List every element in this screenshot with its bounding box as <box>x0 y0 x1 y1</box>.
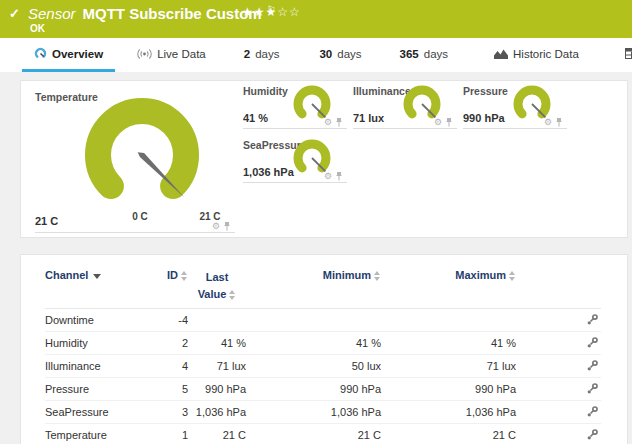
cell-id: 2 <box>145 337 188 349</box>
table-header-row: Channel ID Last Value Minimum Maximum <box>45 255 601 309</box>
sensor-header: ✓ SensorMQTT Subscribe Custom⚐ ★★★☆☆ OK <box>0 0 632 38</box>
channel-settings-wrench-icon[interactable] <box>586 405 601 420</box>
cell-channel: Pressure <box>45 383 145 395</box>
table-row: Temperature 1 21 C 21 C 21 C <box>45 424 601 444</box>
cell-channel: SeaPressure <box>45 406 145 418</box>
live-data-icon <box>137 48 152 60</box>
tab-live-data[interactable]: Live Data <box>125 38 218 72</box>
cell-minimum: 990 hPa <box>246 383 381 395</box>
gauge-scale-min: 0 C <box>123 211 157 222</box>
tab-30-days-unit: days <box>337 48 361 60</box>
tab-historic-data[interactable]: Historic Data <box>482 38 591 72</box>
channel-gear-icon[interactable]: ⚙ <box>212 222 220 231</box>
cell-maximum: 71 lux <box>381 360 516 372</box>
cell-minimum: 1,036 hPa <box>246 406 381 418</box>
cell-minimum: 41 % <box>246 337 381 349</box>
channel-settings-wrench-icon[interactable] <box>586 313 601 328</box>
sort-caret-icon <box>93 274 101 279</box>
sensor-titleline: SensorMQTT Subscribe Custom⚐ <box>28 4 276 22</box>
column-header-channel[interactable]: Channel <box>45 269 145 281</box>
column-header-minimum[interactable]: Minimum <box>246 269 381 281</box>
channel-table: Channel ID Last Value Minimum Maximum Do… <box>20 254 628 444</box>
cell-minimum: 21 C <box>246 429 381 441</box>
tab-365-days[interactable]: 365 days <box>388 38 460 72</box>
channel-pin-icon[interactable] <box>223 221 231 231</box>
cell-last-value: 21 C <box>188 427 246 444</box>
cell-last-value: 1,036 hPa <box>188 404 246 421</box>
channel-pin-icon[interactable] <box>445 117 453 127</box>
sort-icon <box>181 271 188 281</box>
gauge-value: 1,036 hPa <box>243 166 294 178</box>
channel-pin-icon[interactable] <box>335 117 343 127</box>
gauge-value: 990 hPa <box>463 112 505 124</box>
cell-channel: Illuminance <box>45 360 145 372</box>
cell-last-value: 990 hPa <box>188 381 246 398</box>
small-gauges-grid: Humidity 41 % ⚙ Illuminance 71 lux <box>243 81 627 237</box>
tab-2-days-number: 2 <box>244 48 250 60</box>
priority-stars[interactable]: ★★★☆☆ <box>242 5 301 19</box>
tile-divider <box>353 128 457 129</box>
column-header-last-value[interactable]: Last Value <box>188 269 246 302</box>
tile-divider <box>463 128 567 129</box>
cell-maximum: 41 % <box>381 337 516 349</box>
object-kind-label: Sensor <box>28 5 76 22</box>
historic-data-icon <box>494 48 508 59</box>
gauge-tile-temperature[interactable]: Temperature 0 C 21 C 21 C ⚙ <box>33 85 235 233</box>
column-header-id[interactable]: ID <box>145 269 188 281</box>
cell-id: 4 <box>145 360 188 372</box>
status-badge: OK <box>30 23 45 34</box>
cell-id: 5 <box>145 383 188 395</box>
gauge-tile-illuminance[interactable]: Illuminance 71 lux ⚙ <box>353 83 457 129</box>
tab-bar: Overview Live Data 2 days 30 days 365 da… <box>0 38 632 72</box>
gauge-value: 71 lux <box>353 112 384 124</box>
cell-channel: Temperature <box>45 429 145 441</box>
tile-divider <box>243 128 347 129</box>
sort-icon <box>374 271 381 281</box>
channel-settings-wrench-icon[interactable] <box>586 428 601 443</box>
tab-30-days[interactable]: 30 days <box>307 38 373 72</box>
table-row: Illuminance 4 71 lux 50 lux 71 lux <box>45 355 601 378</box>
tab-365-days-number: 365 <box>400 48 419 60</box>
tab-2-days[interactable]: 2 days <box>232 38 292 72</box>
temperature-gauge <box>67 91 217 213</box>
tile-divider <box>35 232 235 233</box>
gauge-tile-humidity[interactable]: Humidity 41 % ⚙ <box>243 83 347 129</box>
cell-minimum: 50 lux <box>246 360 381 372</box>
tab-overview[interactable]: Overview <box>22 38 115 72</box>
cell-last-value: 41 % <box>188 335 246 352</box>
tab-365-days-unit: days <box>424 48 448 60</box>
channel-settings-wrench-icon[interactable] <box>586 382 601 397</box>
gauge-label: Pressure <box>463 85 508 97</box>
channel-settings-wrench-icon[interactable] <box>586 359 601 374</box>
sensor-title: MQTT Subscribe Custom <box>83 5 262 22</box>
channel-settings-wrench-icon[interactable] <box>586 336 601 351</box>
cell-id: 3 <box>145 406 188 418</box>
tab-30-days-number: 30 <box>319 48 332 60</box>
gauge-value: 21 C <box>35 215 58 227</box>
table-row: Pressure 5 990 hPa 990 hPa 990 hPa <box>45 378 601 401</box>
gauge-icon <box>34 47 47 60</box>
channel-pin-icon[interactable] <box>555 117 563 127</box>
cell-maximum: 21 C <box>381 429 516 441</box>
channel-gear-icon[interactable]: ⚙ <box>544 118 552 127</box>
log-icon <box>625 48 632 59</box>
tab-overview-label: Overview <box>52 48 103 60</box>
cell-id: -4 <box>145 314 188 326</box>
gauge-value: 41 % <box>243 112 268 124</box>
gauge-tile-seapressure[interactable]: SeaPressure 1,036 hPa ⚙ <box>243 137 347 183</box>
gauge-tile-pressure[interactable]: Pressure 990 hPa ⚙ <box>463 83 567 129</box>
tab-historic-data-label: Historic Data <box>513 48 579 60</box>
gauges-panel: Temperature 0 C 21 C 21 C ⚙ Humidity 41 … <box>20 80 628 238</box>
channel-pin-icon[interactable] <box>335 171 343 181</box>
tab-log[interactable]: Log <box>613 38 632 72</box>
column-header-maximum[interactable]: Maximum <box>381 269 516 281</box>
cell-maximum: 1,036 hPa <box>381 406 516 418</box>
cell-channel: Humidity <box>45 337 145 349</box>
channel-gear-icon[interactable]: ⚙ <box>434 118 442 127</box>
status-check-icon: ✓ <box>9 6 20 21</box>
sort-icon <box>229 290 236 300</box>
gauge-label: Humidity <box>243 85 288 97</box>
channel-gear-icon[interactable]: ⚙ <box>324 118 332 127</box>
cell-channel: Downtime <box>45 314 145 326</box>
channel-gear-icon[interactable]: ⚙ <box>324 172 332 181</box>
